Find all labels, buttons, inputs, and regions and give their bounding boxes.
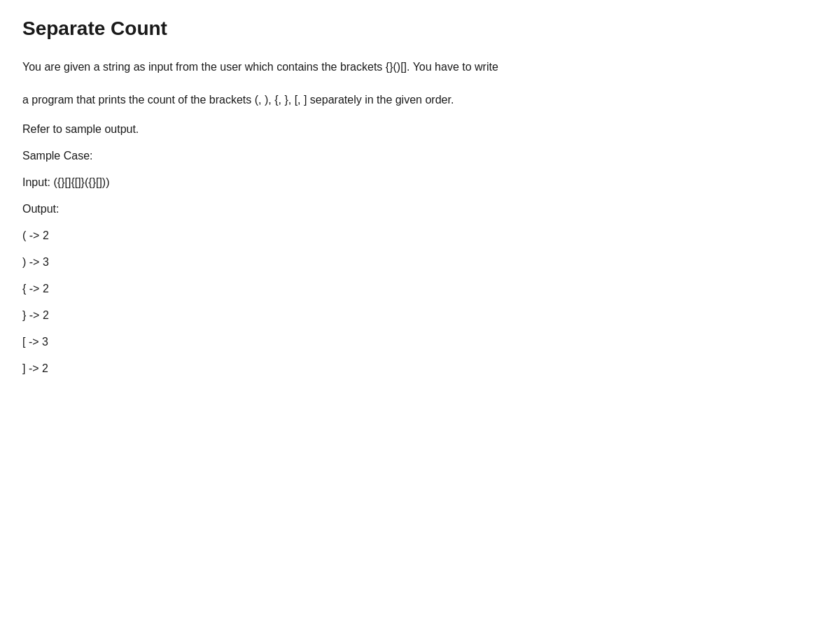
output-lines-container: ( -> 2) -> 3{ -> 2} -> 2[ -> 3] -> 2	[22, 229, 818, 375]
description-line2: a program that prints the count of the b…	[22, 90, 818, 109]
sample-case-label: Sample Case:	[22, 150, 818, 162]
refer-text: Refer to sample output.	[22, 123, 818, 136]
output-line: ] -> 2	[22, 362, 818, 375]
output-label: Output:	[22, 203, 818, 215]
input-label: Input: ({}[]{[]}({}[]))	[22, 176, 818, 189]
output-line: [ -> 3	[22, 336, 818, 348]
description-line1: You are given a string as input from the…	[22, 57, 818, 76]
output-line: } -> 2	[22, 309, 818, 322]
output-line: ) -> 3	[22, 256, 818, 269]
page-title: Separate Count	[22, 17, 818, 41]
output-line: ( -> 2	[22, 229, 818, 242]
output-line: { -> 2	[22, 283, 818, 295]
